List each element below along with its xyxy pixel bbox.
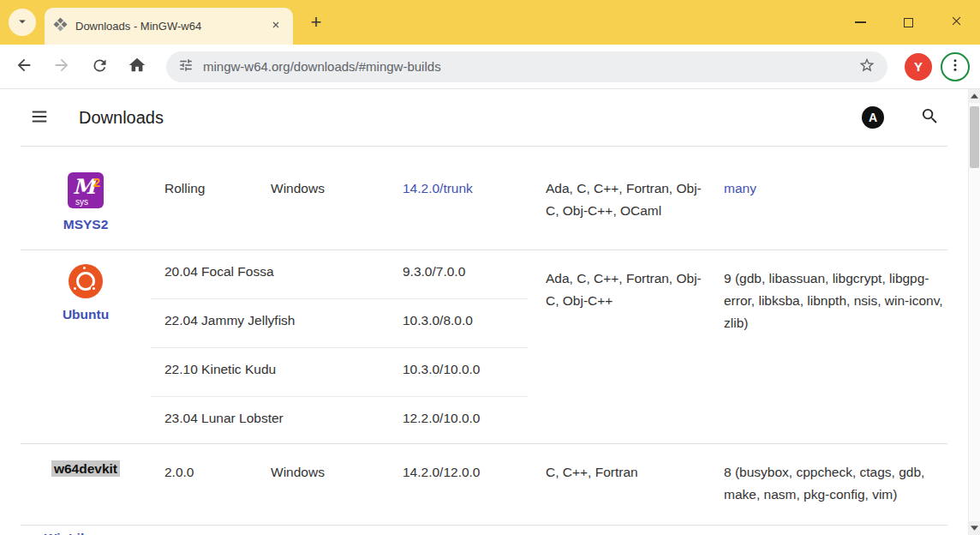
msys2-brand-cell: M 2 sys MSYS2 <box>21 172 151 232</box>
msys2-packages-link[interactable]: many <box>724 177 953 200</box>
forward-arrow-icon <box>52 56 71 77</box>
ubuntu-release-version: 23.04 Lunar Lobster <box>164 411 284 426</box>
minimize-button[interactable] <box>836 0 884 45</box>
ubuntu-languages: Ada, C, C++, Fortran, Obj-C, Obj-C++ <box>546 268 707 312</box>
table-row-msys2: M 2 sys MSYS2 Rolling Windows 14.2.0/tru… <box>21 147 947 250</box>
close-icon <box>950 15 963 30</box>
vertical-scrollbar[interactable] <box>968 89 980 535</box>
menu-drawer-button[interactable] <box>21 99 58 136</box>
browser-toolbar: mingw-w64.org/downloads/#mingw-builds Y <box>0 45 980 89</box>
forward-button[interactable] <box>45 50 79 84</box>
reload-button[interactable] <box>82 50 117 84</box>
ubuntu-packages: 9 (gdb, libassuan, libgcrypt, libgpg-err… <box>724 268 953 334</box>
w64devkit-highlighted-name[interactable]: w64devkit <box>51 460 120 477</box>
partial-packages[interactable]: many <box>724 531 953 535</box>
scrollbar-thumb[interactable] <box>970 106 979 168</box>
hamburger-icon <box>30 107 49 129</box>
w64devkit-name-cell: w64devkit <box>21 461 151 477</box>
ubuntu-release-version: 22.04 Jammy Jellyfish <box>164 313 295 328</box>
msys2-logo[interactable]: M 2 sys <box>68 172 104 208</box>
partial-row-link[interactable]: WinLibs.com <box>45 531 127 535</box>
msys2-link[interactable]: MSYS2 <box>21 217 151 232</box>
three-dots-icon <box>947 57 963 75</box>
table-row-partial: WinLibs.com Rolling Windows 13.0.0 Ada, … <box>21 526 947 535</box>
bookmark-star-button[interactable] <box>858 57 875 76</box>
theme-toggle-button[interactable]: A <box>860 105 886 130</box>
partial-languages: Ada, C, C++, Fortran, <box>546 531 707 535</box>
new-tab-button[interactable]: + <box>303 9 329 35</box>
window-controls <box>836 0 980 45</box>
tab-close-button[interactable] <box>267 18 284 35</box>
scroll-up-button[interactable] <box>969 89 980 103</box>
ubuntu-release-version: 22.10 Kinetic Kudu <box>164 362 276 377</box>
downloads-table: M 2 sys MSYS2 Rolling Windows 14.2.0/tru… <box>21 146 947 535</box>
partial-version: Rolling <box>164 531 205 535</box>
ubuntu-release-row: 22.10 Kinetic Kudu 10.3.0/10.0.0 <box>151 348 528 397</box>
mingw-favicon <box>53 17 68 35</box>
partial-os: Windows <box>271 531 325 535</box>
close-icon <box>271 20 281 33</box>
partial-gcc-link[interactable]: 13.0.0 <box>403 531 439 535</box>
minimize-icon <box>855 21 866 23</box>
w64devkit-os: Windows <box>271 461 325 484</box>
site-search-button[interactable] <box>917 105 942 130</box>
ubuntu-release-gcc: 12.2.0/10.0.0 <box>403 411 481 426</box>
ubuntu-release-version: 20.04 Focal Fossa <box>164 264 274 280</box>
close-button[interactable] <box>932 0 980 45</box>
home-icon <box>128 56 146 77</box>
reload-icon <box>91 57 109 77</box>
msys2-languages: Ada, C, C++, Fortran, Obj-C, Obj-C++, OC… <box>546 177 707 222</box>
site-header: Downloads A <box>0 89 980 146</box>
profile-avatar[interactable]: Y <box>905 53 932 81</box>
w64devkit-version: 2.0.0 <box>164 461 194 484</box>
ubuntu-brand-cell: Ubuntu <box>21 264 151 322</box>
maximize-button[interactable] <box>884 0 932 45</box>
theme-auto-icon: A <box>862 106 884 129</box>
back-arrow-icon <box>15 56 33 77</box>
ubuntu-release-row: 20.04 Focal Fossa 9.3.0/7.0.0 <box>151 250 528 299</box>
ubuntu-release-gcc: 10.3.0/8.0.0 <box>403 313 473 328</box>
ubuntu-release-gcc: 10.3.0/10.0.0 <box>403 362 481 377</box>
tab-search-button[interactable] <box>9 9 36 36</box>
ubuntu-link[interactable]: Ubuntu <box>21 307 151 322</box>
back-button[interactable] <box>7 50 41 84</box>
table-row-ubuntu: Ubuntu 20.04 Focal Fossa 9.3.0/7.0.0 22.… <box>21 250 947 444</box>
browser-menu-button[interactable] <box>941 52 970 81</box>
page-content: M 2 sys MSYS2 Rolling Windows 14.2.0/tru… <box>0 146 980 535</box>
address-bar[interactable]: mingw-w64.org/downloads/#mingw-builds <box>166 51 887 82</box>
scroll-down-button[interactable] <box>969 521 980 535</box>
w64devkit-packages: 8 (busybox, cppcheck, ctags, gdb, make, … <box>724 461 953 506</box>
msys2-version: Rolling <box>164 177 205 200</box>
page-title: Downloads <box>79 108 164 128</box>
url-text[interactable]: mingw-w64.org/downloads/#mingw-builds <box>203 59 849 74</box>
w64devkit-languages: C, C++, Fortran <box>546 461 707 484</box>
tab-title: Downloads - MinGW-w64 <box>75 20 260 33</box>
maximize-icon <box>904 18 913 27</box>
star-icon <box>858 63 875 76</box>
titlebar: Downloads - MinGW-w64 + <box>0 0 980 45</box>
msys2-os: Windows <box>271 177 325 200</box>
partial-name-cell: WinLibs.com <box>21 531 151 535</box>
msys2-gcc-link[interactable]: 14.2.0/trunk <box>403 177 473 200</box>
chevron-down-icon <box>15 14 30 32</box>
ubuntu-release-row: 22.04 Jammy Jellyfish 10.3.0/8.0.0 <box>151 299 528 348</box>
site-settings-icon[interactable] <box>178 57 194 76</box>
ubuntu-release-row: 23.04 Lunar Lobster 12.2.0/10.0.0 <box>151 397 528 446</box>
table-row-w64devkit: w64devkit 2.0.0 Windows 14.2.0/12.0.0 C,… <box>21 444 947 526</box>
w64devkit-gcc: 14.2.0/12.0.0 <box>403 461 481 484</box>
ubuntu-release-gcc: 9.3.0/7.0.0 <box>403 264 465 280</box>
search-icon <box>920 106 940 129</box>
ubuntu-logo[interactable] <box>69 264 103 298</box>
home-button[interactable] <box>120 50 154 84</box>
active-tab[interactable]: Downloads - MinGW-w64 <box>45 8 293 45</box>
